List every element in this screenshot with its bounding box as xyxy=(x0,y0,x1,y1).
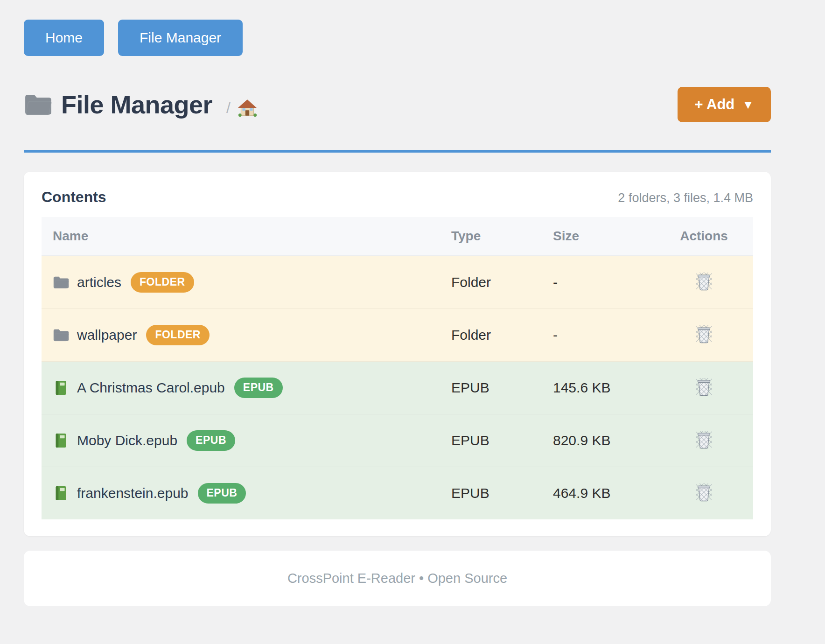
trash-icon xyxy=(696,483,712,502)
folder-icon xyxy=(53,274,70,290)
file-name-link[interactable]: A Christmas Carol.epub xyxy=(77,380,225,396)
page-title: File Manager xyxy=(61,90,212,119)
table-row: wallpaper FOLDER Folder - xyxy=(42,309,753,362)
title-divider xyxy=(24,150,771,153)
name-cell: Moby Dick.epub EPUB xyxy=(42,414,440,467)
type-badge: EPUB xyxy=(234,378,283,398)
size-cell: 820.9 KB xyxy=(542,414,655,467)
folder-icon xyxy=(53,327,70,343)
actions-cell xyxy=(655,414,753,467)
nav-file-manager-button[interactable]: File Manager xyxy=(118,20,243,56)
file-table: Name Type Size Actions articles FOLDER F… xyxy=(42,217,753,519)
column-header-actions: Actions xyxy=(655,217,753,256)
trash-icon xyxy=(696,273,712,291)
house-icon[interactable] xyxy=(237,98,258,118)
add-button-label: + Add xyxy=(694,96,734,113)
actions-cell xyxy=(655,467,753,520)
table-row: Moby Dick.epub EPUB EPUB 820.9 KB xyxy=(42,414,753,467)
trash-icon xyxy=(696,378,712,397)
type-badge: EPUB xyxy=(198,483,246,504)
actions-cell xyxy=(655,362,753,414)
contents-summary: 2 folders, 3 files, 1.4 MB xyxy=(618,191,753,205)
type-cell: EPUB xyxy=(440,362,542,414)
delete-button[interactable] xyxy=(694,376,714,400)
file-name-link[interactable]: wallpaper xyxy=(77,327,137,343)
delete-button[interactable] xyxy=(694,429,714,453)
delete-button[interactable] xyxy=(694,482,714,505)
file-table-body: articles FOLDER Folder - wallpaper FOLDE… xyxy=(42,256,753,519)
size-cell: - xyxy=(542,256,655,309)
nav-home-button[interactable]: Home xyxy=(24,20,104,56)
folder-icon xyxy=(24,92,53,117)
contents-card: Contents 2 folders, 3 files, 1.4 MB Name… xyxy=(24,172,771,536)
book-icon xyxy=(53,433,70,448)
footer: CrossPoint E-Reader • Open Source xyxy=(24,551,771,606)
delete-button[interactable] xyxy=(694,271,714,294)
add-button[interactable]: + Add ▼ xyxy=(678,87,771,122)
name-cell: articles FOLDER xyxy=(42,256,440,309)
size-cell: - xyxy=(542,309,655,362)
actions-cell xyxy=(655,256,753,309)
name-cell: frankenstein.epub EPUB xyxy=(42,467,440,520)
name-cell: A Christmas Carol.epub EPUB xyxy=(42,362,440,414)
column-header-name: Name xyxy=(42,217,440,256)
title-wrap: File Manager xyxy=(24,90,212,119)
file-name-link[interactable]: frankenstein.epub xyxy=(77,485,189,501)
actions-cell xyxy=(655,309,753,362)
delete-button[interactable] xyxy=(694,323,714,347)
breadcrumb: / xyxy=(226,98,258,118)
file-table-head: Name Type Size Actions xyxy=(42,217,753,256)
table-row: A Christmas Carol.epub EPUB EPUB 145.6 K… xyxy=(42,362,753,414)
trash-icon xyxy=(696,431,712,449)
column-header-size: Size xyxy=(542,217,655,256)
contents-heading: Contents xyxy=(42,189,106,206)
type-cell: Folder xyxy=(440,309,542,362)
type-cell: Folder xyxy=(440,256,542,309)
book-icon xyxy=(53,485,70,501)
page-container: Home File Manager File Manager / + Add ▼… xyxy=(24,0,771,606)
table-row: articles FOLDER Folder - xyxy=(42,256,753,309)
type-cell: EPUB xyxy=(440,467,542,520)
type-badge: EPUB xyxy=(187,430,235,451)
chevron-down-icon: ▼ xyxy=(742,98,754,111)
size-cell: 464.9 KB xyxy=(542,467,655,520)
contents-card-header: Contents 2 folders, 3 files, 1.4 MB xyxy=(42,189,753,206)
top-nav: Home File Manager xyxy=(24,20,771,56)
type-cell: EPUB xyxy=(440,414,542,467)
size-cell: 145.6 KB xyxy=(542,362,655,414)
footer-text: CrossPoint E-Reader • Open Source xyxy=(287,571,507,586)
file-name-link[interactable]: articles xyxy=(77,274,121,290)
page-header: File Manager / + Add ▼ xyxy=(24,86,771,123)
trash-icon xyxy=(696,325,712,344)
column-header-type: Type xyxy=(440,217,542,256)
table-row: frankenstein.epub EPUB EPUB 464.9 KB xyxy=(42,467,753,520)
type-badge: FOLDER xyxy=(131,272,194,293)
name-cell: wallpaper FOLDER xyxy=(42,309,440,362)
breadcrumb-separator: / xyxy=(226,99,231,117)
file-name-link[interactable]: Moby Dick.epub xyxy=(77,433,177,448)
type-badge: FOLDER xyxy=(146,325,210,345)
book-icon xyxy=(53,380,70,396)
